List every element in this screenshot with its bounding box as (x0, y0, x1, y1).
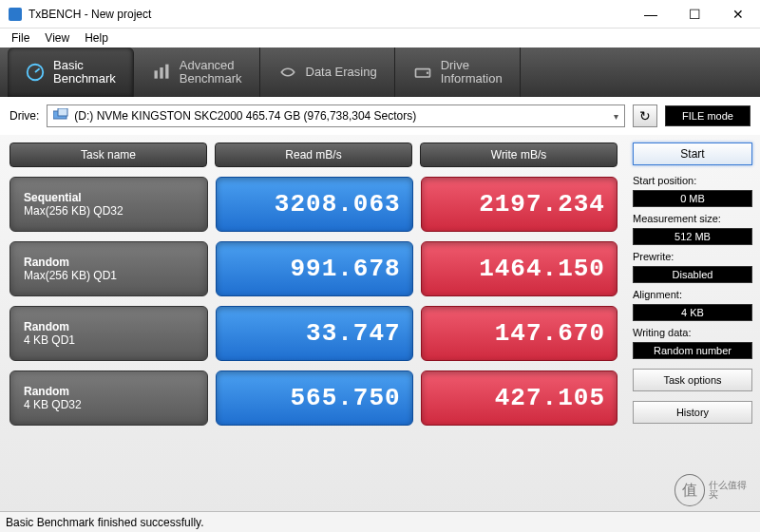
drive-bar: Drive: (D:) NVMe KINGSTON SKC2000 465.74… (0, 97, 760, 135)
task-subtitle: Max(256 KB) QD1 (24, 269, 207, 282)
measurement-size-label: Measurement size: (633, 213, 752, 224)
menu-help[interactable]: Help (77, 29, 116, 47)
tab-label: Data Erasing (306, 66, 377, 79)
tab-data-erasing[interactable]: Data Erasing (260, 48, 395, 97)
menu-view[interactable]: View (37, 29, 77, 47)
history-button[interactable]: History (633, 401, 752, 424)
watermark: 值 什么值得买 (674, 471, 754, 509)
svg-rect-5 (165, 65, 168, 79)
tab-label: Drive Information (441, 59, 503, 86)
writing-data-label: Writing data: (633, 327, 752, 338)
result-row: Sequential Max(256 KB) QD32 3208.063 219… (10, 177, 618, 232)
alignment-label: Alignment: (633, 289, 752, 300)
titlebar: TxBENCH - New project — ☐ ✕ (0, 0, 760, 28)
svg-line-2 (35, 68, 40, 72)
alignment-value[interactable]: 4 KB (633, 304, 752, 321)
window-title: TxBENCH - New project (28, 8, 629, 21)
drive-label: Drive: (10, 109, 39, 123)
header-write: Write mB/s (420, 142, 618, 167)
watermark-text: 什么值得买 (709, 481, 754, 500)
header-read: Read mB/s (215, 142, 412, 167)
read-value: 33.747 (216, 306, 412, 361)
prewrite-label: Prewrite: (633, 251, 752, 262)
erase-icon (277, 62, 298, 83)
task-cell: Random 4 KB QD1 (10, 306, 208, 361)
menu-file[interactable]: File (4, 29, 37, 47)
write-value: 147.670 (421, 306, 618, 361)
hdd-icon (53, 108, 68, 124)
result-row: Random 4 KB QD1 33.747 147.670 (10, 306, 618, 361)
result-row: Random Max(256 KB) QD1 991.678 1464.150 (10, 241, 618, 296)
menubar: File View Help (0, 28, 760, 48)
status-text: Basic Benchmark finished successfully. (6, 516, 204, 529)
write-value: 1464.150 (421, 241, 618, 296)
result-row: Random 4 KB QD32 565.750 427.105 (10, 370, 618, 426)
task-cell: Random Max(256 KB) QD1 (10, 241, 208, 296)
refresh-icon: ↻ (639, 108, 651, 124)
tabbar: Basic Benchmark Advanced Benchmark Data … (0, 48, 760, 97)
read-value: 991.678 (216, 241, 412, 296)
drive-icon (412, 62, 433, 83)
write-value: 2197.234 (421, 177, 618, 232)
svg-rect-9 (58, 108, 67, 116)
app-icon (8, 7, 23, 22)
read-value: 565.750 (216, 370, 412, 426)
prewrite-value[interactable]: Disabled (633, 266, 752, 283)
tab-basic-benchmark[interactable]: Basic Benchmark (8, 48, 134, 97)
status-bar: Basic Benchmark finished successfully. (0, 511, 760, 532)
svg-point-7 (426, 72, 428, 75)
watermark-icon: 值 (674, 474, 705, 506)
file-mode-button[interactable]: FILE mode (665, 105, 750, 126)
task-title: Random (24, 385, 207, 398)
header-task: Task name (10, 142, 207, 167)
svg-rect-3 (154, 70, 157, 78)
results-panel: Task name Read mB/s Write mB/s Sequentia… (0, 135, 627, 511)
task-cell: Sequential Max(256 KB) QD32 (10, 177, 208, 232)
task-title: Random (24, 256, 207, 269)
main-area: Task name Read mB/s Write mB/s Sequentia… (0, 135, 760, 511)
task-options-button[interactable]: Task options (633, 369, 752, 391)
tab-label: Advanced Benchmark (180, 59, 242, 86)
maximize-button[interactable]: ☐ (673, 0, 716, 28)
tab-advanced-benchmark[interactable]: Advanced Benchmark (134, 48, 260, 97)
sidebar: Start Start position: 0 MB Measurement s… (627, 135, 760, 511)
task-cell: Random 4 KB QD32 (10, 370, 208, 426)
tab-drive-information[interactable]: Drive Information (395, 48, 521, 97)
svg-rect-0 (9, 8, 22, 21)
task-subtitle: Max(256 KB) QD32 (24, 204, 207, 218)
drive-selected-text: (D:) NVMe KINGSTON SKC2000 465.74 GB (97… (74, 109, 614, 123)
task-subtitle: 4 KB QD1 (24, 333, 207, 347)
drive-select[interactable]: (D:) NVMe KINGSTON SKC2000 465.74 GB (97… (47, 104, 625, 127)
task-title: Random (24, 320, 207, 333)
start-button[interactable]: Start (633, 142, 752, 165)
start-position-value[interactable]: 0 MB (633, 190, 752, 207)
writing-data-value[interactable]: Random number (633, 342, 752, 359)
chevron-down-icon: ▾ (614, 111, 618, 122)
task-subtitle: 4 KB QD32 (24, 398, 207, 411)
task-title: Sequential (24, 191, 207, 204)
read-value: 3208.063 (216, 177, 412, 232)
tab-label: Basic Benchmark (53, 59, 116, 86)
bars-icon (151, 62, 172, 83)
refresh-button[interactable]: ↻ (633, 104, 657, 127)
gauge-icon (25, 62, 46, 83)
close-button[interactable]: ✕ (716, 0, 760, 28)
write-value: 427.105 (421, 370, 618, 426)
start-position-label: Start position: (633, 175, 752, 186)
svg-rect-4 (160, 67, 162, 79)
minimize-button[interactable]: — (629, 0, 673, 28)
measurement-size-value[interactable]: 512 MB (633, 228, 752, 245)
